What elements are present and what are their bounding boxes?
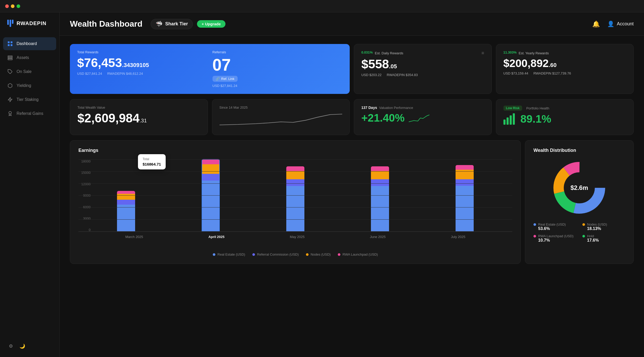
bar-segment-real-estate — [202, 181, 219, 231]
svg-rect-3 — [11, 44, 12, 46]
bar-segment-referral — [202, 174, 219, 181]
donut-center-label: $2.6m — [570, 184, 588, 191]
logo-bar-1 — [7, 20, 9, 25]
sidebar-item-on-sale[interactable]: On Sale — [3, 65, 56, 78]
chart-legend: Real Estate (USD) Referral Commission (U… — [78, 252, 512, 256]
nav-items: Dashboard Assets — [0, 37, 59, 337]
total-rewards-card: Total Rewards $76,453.34309105 USD $27,8… — [70, 44, 350, 94]
legend-referral: Referral Commission (USD) — [252, 252, 299, 256]
bar-segment-nodes — [117, 194, 135, 200]
tier-badge: 🦈 Shark Tier — [151, 19, 193, 29]
bar-group-april — [168, 159, 253, 232]
legend-dot-referral — [252, 253, 255, 256]
earnings-chart-card: Earnings Total $16864.71 18000 150 — [70, 140, 521, 264]
bolt-icon — [7, 97, 13, 102]
x-label-june: June 2025 — [370, 235, 386, 239]
valuation-card: 137 Days Valuation Performance +21.40% — [354, 99, 492, 135]
bars-area — [78, 159, 512, 232]
health-bar-2 — [507, 117, 509, 125]
valuation-value: +21.40% — [361, 112, 405, 124]
portfolio-health-card: Low Risk Portfolio Health 89.1% — [496, 99, 634, 135]
bar-tooltip: Total $16864.71 — [138, 154, 166, 169]
donut-dot-launchpad — [533, 235, 536, 237]
bar-group-july — [422, 165, 507, 232]
svg-rect-6 — [8, 59, 12, 60]
svg-point-9 — [9, 111, 11, 114]
bar-segment-launchpad — [371, 166, 389, 171]
donut-legend-real-estate: Real Estate (USD) 53.6% — [533, 222, 576, 231]
x-axis-labels: March 2025 April 2025 May 2025 June 2025… — [78, 232, 512, 239]
logo-icon — [7, 20, 13, 27]
sidebar-label-on-sale: On Sale — [17, 69, 32, 74]
total-wealth-label: Total Wealth Value — [77, 106, 200, 109]
notification-bell-icon[interactable]: 🔔 — [592, 20, 600, 28]
total-rewards-value: $76,453.34309105 — [77, 57, 207, 69]
bar-segment-referral — [456, 179, 474, 186]
bar-segment-referral — [117, 200, 135, 205]
daily-sub: USD $203.22 RWADEPIN $354.83 — [361, 73, 418, 77]
bar-segment-real-estate — [371, 186, 389, 232]
referrals-label: Referrals — [213, 50, 343, 54]
bar-segment-referral — [371, 179, 389, 186]
bar-segment-nodes — [286, 171, 304, 180]
chart-area — [78, 159, 512, 232]
sidebar-item-assets[interactable]: Assets — [3, 51, 56, 64]
low-risk-badge: Low Risk — [503, 106, 522, 111]
x-label-march: March 2025 — [125, 235, 143, 239]
moon-icon[interactable]: 🌙 — [19, 343, 26, 350]
sparkline-card: Since 14 Mar 2025 — [212, 99, 350, 135]
svg-rect-4 — [8, 56, 12, 57]
bar-chart-container: Total $16864.71 18000 15000 12000 9000 — [78, 159, 512, 247]
maximize-button[interactable] — [17, 4, 20, 8]
earnings-title: Earnings — [78, 148, 512, 153]
x-label-may: May 2025 — [290, 235, 305, 239]
donut-value-nodes: 18.13% — [587, 226, 625, 231]
valuation-label: Valuation Performance — [379, 106, 413, 110]
bar-segment-nodes — [202, 164, 219, 174]
grid-icon — [7, 41, 13, 47]
legend-dot-launchpad — [338, 253, 340, 256]
donut-chart: $2.6m — [551, 159, 608, 216]
logo: RWADEPIN — [0, 20, 59, 27]
account-button[interactable]: 👤 Account — [607, 21, 634, 27]
bar-stack-july — [456, 165, 474, 232]
total-wealth-card: Total Wealth Value $2,609,984.31 — [70, 99, 208, 135]
wealth-distribution-title: Wealth Distribution — [533, 148, 625, 153]
ref-link-button[interactable]: 🔗 Ref. Link — [213, 76, 238, 82]
svg-rect-2 — [8, 44, 10, 46]
legend-real-estate: Real Estate (USD) — [213, 252, 245, 256]
menu-icon[interactable]: ≡ — [481, 50, 484, 56]
svg-marker-8 — [8, 98, 12, 102]
bar-segment-launchpad — [117, 191, 135, 194]
logo-bar-3 — [12, 20, 13, 24]
sidebar-item-yielding[interactable]: Yielding — [3, 79, 56, 92]
bar-segment-real-estate — [286, 186, 304, 232]
tier-name: Shark Tier — [165, 21, 188, 27]
box-icon — [7, 83, 13, 88]
health-bar-4 — [513, 113, 515, 125]
referrals-section: Referrals 07 🔗 Ref. Link USD $27,841.24 — [213, 50, 343, 88]
bottom-row: Earnings Total $16864.71 18000 150 — [70, 140, 634, 264]
sidebar-item-tier-staking[interactable]: Tier Staking — [3, 93, 56, 106]
yearly-badge: 11.303% — [503, 50, 517, 54]
legend-launchpad: RWA Launchpad (USD) — [338, 252, 378, 256]
sidebar-label-tier-staking: Tier Staking — [17, 97, 39, 102]
bar-segment-launchpad — [202, 160, 219, 164]
close-button[interactable] — [5, 4, 9, 8]
daily-badge: 0.031% — [361, 50, 373, 54]
donut-legend-hold: Hold 17.6% — [582, 234, 625, 243]
page-title: Wealth Dashboard — [70, 19, 142, 29]
bar-segment-launchpad — [456, 165, 474, 170]
minimize-button[interactable] — [11, 4, 14, 8]
health-label: Portfolio Health — [526, 106, 549, 110]
sidebar-item-dashboard[interactable]: Dashboard — [3, 37, 56, 50]
bar-segment-nodes — [456, 170, 474, 179]
upgrade-button[interactable]: + Upgrade — [197, 20, 225, 28]
bar-segment-referral — [286, 179, 304, 186]
sparkline-chart — [219, 112, 342, 128]
settings-icon[interactable]: ⚙ — [7, 343, 14, 350]
sidebar-item-referral-gains[interactable]: Referral Gains — [3, 107, 56, 120]
logo-bar-2 — [10, 20, 11, 27]
total-wealth-value: $2,609,984.31 — [77, 112, 200, 124]
x-label-july: July 2025 — [451, 235, 465, 239]
